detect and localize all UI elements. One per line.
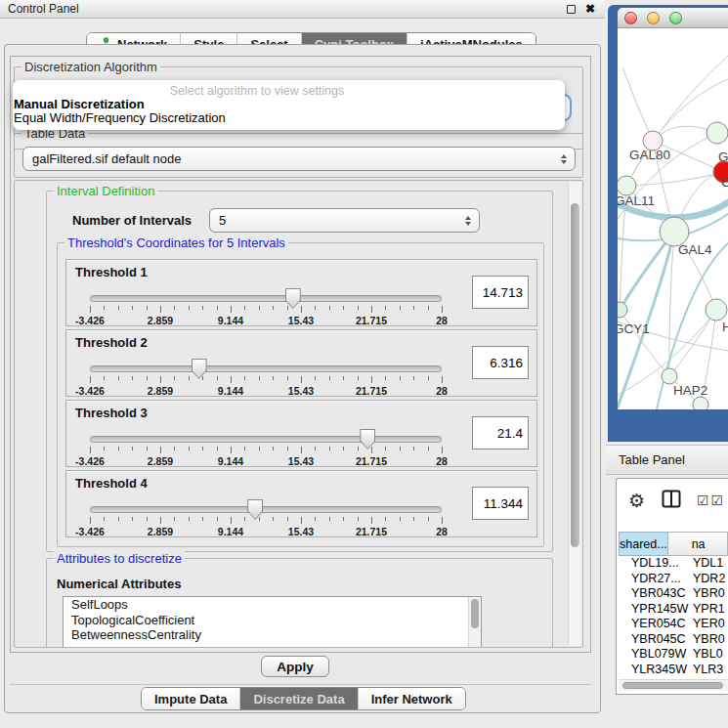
- slider-thumb[interactable]: [360, 429, 375, 450]
- slider-track[interactable]: [90, 365, 442, 372]
- slider-tick: [174, 376, 175, 380]
- slider-thumb[interactable]: [192, 359, 207, 379]
- control-panel-titlebar: Control Panel ✖: [0, 0, 605, 19]
- cell-name: YPR1: [686, 602, 725, 618]
- network-node[interactable]: [693, 397, 708, 409]
- table-row[interactable]: YBL079WYBL0: [619, 647, 728, 663]
- numerical-attributes-list[interactable]: SelfLoopsTopologicalCoefficientBetweenne…: [63, 596, 482, 648]
- checkbox-icon[interactable]: ☑: [711, 492, 724, 508]
- slider-track[interactable]: [90, 295, 442, 302]
- table-data-combobox[interactable]: galFiltered.sif default node: [22, 147, 576, 171]
- node-label: GAL80: [629, 148, 670, 162]
- tab-infer-network[interactable]: Infer Network: [358, 688, 465, 709]
- scrollbar-thumb[interactable]: [571, 203, 579, 547]
- slider-tick-label: 15.43: [288, 455, 314, 467]
- table-row[interactable]: YER054CYER0: [619, 617, 728, 632]
- network-canvas[interactable]: GAL80GACGAL11GAL4GCY1HHAP2: [618, 28, 728, 409]
- slider-thumb[interactable]: [247, 499, 263, 520]
- traffic-light-minimize-icon[interactable]: [647, 12, 660, 24]
- column-header-shared-name[interactable]: shared...: [619, 532, 668, 556]
- traffic-light-close-icon[interactable]: [624, 12, 637, 24]
- settings-scroll-pane: Interval Definition Number of Intervals …: [14, 180, 583, 648]
- network-node[interactable]: [662, 368, 677, 384]
- slider-tick: [231, 517, 232, 524]
- checkbox-icon[interactable]: ☑: [697, 492, 709, 508]
- network-edge[interactable]: [622, 67, 653, 141]
- slider-tick: [202, 376, 203, 380]
- number-of-intervals-combobox[interactable]: 5: [209, 208, 480, 233]
- split-table-icon[interactable]: [662, 490, 681, 512]
- slider-tick-label: 28: [436, 455, 448, 467]
- algorithm-option[interactable]: Equal Width/Frequency Discretization: [13, 111, 565, 125]
- table-row[interactable]: YPR145WYPR1: [619, 602, 728, 618]
- scrollbar-thumb[interactable]: [622, 682, 723, 689]
- table-horizontal-scrollbar[interactable]: [619, 679, 728, 691]
- threshold-slider[interactable]: -3.4262.8599.14415.4321.71528: [90, 358, 442, 397]
- list-scrollbar[interactable]: [468, 597, 481, 648]
- slider-tick: [301, 306, 302, 313]
- spinner-icon: [465, 216, 471, 226]
- tab-discretize-data[interactable]: Discretize Data: [239, 688, 357, 709]
- slider-tick: [147, 306, 148, 310]
- number-of-intervals-value: 5: [219, 213, 226, 228]
- slider-tick: [358, 306, 359, 310]
- slider-tick: [132, 447, 133, 450]
- algorithm-dropdown-popup: Select algorithm to view settings Manual…: [13, 80, 565, 130]
- threshold-slider[interactable]: -3.4262.8599.14415.4321.71528: [90, 287, 442, 326]
- slider-tick-label: 9.144: [218, 385, 243, 397]
- tab-impute-data[interactable]: Impute Data: [142, 688, 239, 709]
- network-edge[interactable]: [626, 56, 728, 186]
- threshold-value-field[interactable]: [472, 487, 529, 520]
- column-header-name[interactable]: na: [668, 532, 728, 556]
- threshold-value-field[interactable]: [472, 276, 529, 309]
- list-item[interactable]: TopologicalCoefficient: [64, 613, 481, 628]
- network-edge[interactable]: [626, 172, 724, 186]
- settings-vertical-scrollbar[interactable]: [568, 182, 581, 646]
- table-row[interactable]: YBR043CYBR0: [619, 586, 728, 602]
- traffic-light-zoom-icon[interactable]: [669, 12, 682, 24]
- threshold-slider[interactable]: -3.4262.8599.14415.4321.71528: [90, 498, 442, 537]
- algorithm-option[interactable]: Manual Discretization: [13, 98, 565, 111]
- threshold-slider[interactable]: -3.4262.8599.14415.4321.71528: [90, 428, 442, 467]
- list-item[interactable]: SelfLoops: [64, 597, 481, 613]
- network-node[interactable]: [618, 176, 636, 195]
- network-node[interactable]: [707, 122, 728, 144]
- threshold-value-field[interactable]: [472, 346, 529, 379]
- network-edge[interactable]: [669, 310, 716, 376]
- cell-shared-name: YDL19...: [619, 556, 686, 572]
- slider-tick: [329, 447, 330, 450]
- numerical-attributes-label: Numerical Attributes: [57, 577, 181, 591]
- close-icon[interactable]: ✖: [585, 2, 595, 16]
- thresholds-group: Threshold's Coordinates for 5 Intervals …: [57, 242, 544, 547]
- network-node[interactable]: [618, 302, 627, 318]
- node-label: GCY1: [618, 321, 650, 336]
- slider-tick-label: -3.426: [75, 455, 105, 467]
- slider-tick: [160, 376, 161, 383]
- slider-track[interactable]: [90, 436, 442, 443]
- slider-track[interactable]: [90, 506, 442, 513]
- list-item[interactable]: BetweennessCentrality: [64, 627, 481, 643]
- table-toolbar: ⚙ ☑ ☑: [617, 479, 728, 522]
- table-row[interactable]: YBR045CYBR0: [619, 632, 728, 648]
- apply-button[interactable]: Apply: [261, 656, 329, 677]
- table-row[interactable]: YDR27...YDR2: [619, 572, 728, 587]
- slider-tick-label: 21.715: [356, 526, 387, 537]
- table-row[interactable]: YLR345WYLR3: [619, 663, 728, 678]
- slider-tick: [315, 306, 316, 310]
- slider-tick: [273, 306, 274, 310]
- slider-tick: [371, 517, 372, 524]
- slider-tick: [329, 376, 330, 380]
- slider-tick: [315, 376, 316, 380]
- slider-tick: [273, 447, 274, 450]
- slider-tick: [413, 447, 414, 450]
- slider-tick: [442, 306, 443, 313]
- scrollbar-thumb[interactable]: [471, 599, 479, 628]
- slider-tick: [147, 517, 148, 521]
- threshold-value-field[interactable]: [472, 416, 529, 450]
- slider-tick: [259, 447, 260, 450]
- float-panel-icon[interactable]: [567, 5, 576, 14]
- network-node[interactable]: [706, 299, 727, 321]
- gear-icon[interactable]: ⚙: [628, 490, 645, 512]
- slider-tick: [90, 306, 91, 313]
- table-row[interactable]: YDL19...YDL1: [619, 556, 728, 572]
